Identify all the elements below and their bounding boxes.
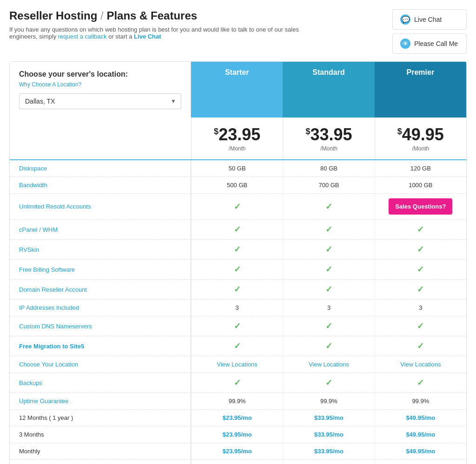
pricing-link[interactable]: $23.95/mo [223, 448, 252, 455]
feature-row: Diskspace50 GB80 GB120 GB [10, 160, 466, 177]
feature-value: 3 [283, 300, 374, 316]
feature-label[interactable]: Free Billing Software [10, 260, 191, 279]
feature-value[interactable]: $33.95/mo [283, 426, 374, 443]
pricing-link[interactable]: $23.95/mo [223, 414, 252, 421]
feature-value: 50 GB [191, 160, 283, 176]
feature-value: ✓ [283, 460, 374, 464]
feature-value[interactable]: View Locations [191, 356, 283, 373]
feature-value[interactable]: $49.95/mo [375, 426, 466, 443]
feature-row: 12 Months ( 1 year )$23.95/mo$33.95/mo$4… [10, 410, 466, 426]
feature-row: cPanel / WHM✓✓✓ [10, 220, 466, 240]
feature-label[interactable]: Free Migration to Site5 [10, 336, 191, 356]
feature-label[interactable]: Unlimited Resold Accounts [10, 194, 191, 219]
header-left: Reseller Hosting / Plans & Features If y… [9, 9, 311, 40]
feature-row: 3 Months$23.95/mo$33.95/mo$49.95/mo [10, 426, 466, 443]
price-row: $23.95 /Month $33.95 /Month $49.95 /Mont… [10, 118, 466, 160]
feature-value[interactable]: $33.95/mo [283, 443, 374, 459]
checkmark-icon: ✓ [417, 224, 424, 235]
checkmark-icon: ✓ [417, 378, 424, 388]
header-description: If you have any questions on which web h… [9, 26, 311, 40]
location-heading: Choose your server's location: [19, 70, 181, 78]
pricing-link[interactable]: $49.95/mo [406, 414, 435, 421]
checkmark-icon: ✓ [325, 244, 332, 255]
view-locations-link[interactable]: View Locations [217, 361, 258, 368]
feature-value: 3 [375, 300, 466, 316]
feature-row: Uptime Guarantee99.9%99.9%99.9% [10, 393, 466, 410]
feature-value[interactable]: $49.95/mo [375, 410, 466, 426]
feature-row: Choose Your LocationView LocationsView L… [10, 356, 466, 373]
feature-row: Monthly$23.95/mo$33.95/mo$49.95/mo [10, 443, 466, 460]
feature-row: Bandwidth500 GB700 GB1000 GB [10, 177, 466, 194]
checkmark-icon: ✓ [325, 341, 332, 351]
feature-value[interactable]: $49.95/mo [375, 443, 466, 459]
live-chat-inline-link[interactable]: Live Chat [134, 33, 161, 40]
request-callback-link[interactable]: request a callback [58, 33, 107, 40]
page-wrapper: Reseller Hosting / Plans & Features If y… [0, 0, 476, 464]
pricing-link[interactable]: $49.95/mo [406, 448, 435, 455]
feature-value: 99.9% [191, 393, 283, 409]
feature-value: 99.9% [375, 393, 466, 409]
plan-header-row: Choose your server's location: Why Choos… [10, 62, 466, 118]
feature-label[interactable]: Bandwidth [10, 177, 191, 193]
feature-label[interactable]: Choose Your Location [10, 356, 191, 373]
feature-value[interactable]: View Locations [375, 356, 466, 373]
feature-label[interactable]: Custom DNS Nameservers [10, 316, 191, 336]
checkmark-icon: ✓ [234, 341, 241, 351]
feature-value: ✓ [191, 460, 283, 464]
location-cell: Choose your server's location: Why Choos… [10, 62, 191, 118]
checkmark-icon: ✓ [234, 264, 241, 274]
checkmark-icon: ✓ [325, 224, 332, 235]
feature-label[interactable]: Diskspace [10, 160, 191, 176]
price-cell-starter: $23.95 /Month [191, 118, 283, 159]
pricing-link[interactable]: $23.95/mo [223, 431, 252, 438]
feature-label[interactable]: Backups [10, 373, 191, 392]
plan-header-standard: Standard [283, 62, 374, 118]
feature-label[interactable]: 45 Day Money Back Guarantee [10, 460, 191, 464]
feature-value: 500 GB [191, 177, 283, 193]
checkmark-icon: ✓ [234, 224, 241, 235]
feature-value: 99.9% [283, 393, 374, 409]
pricing-link[interactable]: $33.95/mo [314, 431, 344, 438]
feature-value[interactable]: $23.95/mo [191, 426, 283, 443]
feature-value[interactable]: $23.95/mo [191, 410, 283, 426]
location-select-wrapper: Dallas, TX Chicago, IL Los Angeles, CA N… [19, 93, 181, 109]
plan-header-premier: Premier [375, 62, 466, 118]
pricing-link[interactable]: $33.95/mo [314, 414, 344, 421]
feature-label[interactable]: cPanel / WHM [10, 220, 191, 239]
feature-row: Custom DNS Nameservers✓✓✓ [10, 316, 466, 336]
feature-label: 12 Months ( 1 year ) [10, 410, 191, 426]
pricing-link[interactable]: $33.95/mo [314, 448, 344, 455]
feature-value[interactable]: $23.95/mo [191, 443, 283, 459]
feature-value: ✓ [283, 336, 374, 356]
checkmark-icon: ✓ [234, 284, 241, 294]
feature-row: IP Addresses Included333 [10, 300, 466, 316]
checkmark-icon: ✓ [325, 284, 332, 294]
feature-value[interactable]: View Locations [283, 356, 374, 373]
location-select[interactable]: Dallas, TX Chicago, IL Los Angeles, CA N… [20, 94, 181, 109]
feature-label[interactable]: RVSkin [10, 240, 191, 259]
feature-value: 3 [191, 300, 283, 316]
sales-questions-popup[interactable]: Sales Questions? [389, 198, 452, 215]
feature-row: Free Billing Software✓✓✓ [10, 260, 466, 280]
feature-value: ✓ [283, 316, 374, 336]
view-locations-link[interactable]: View Locations [309, 361, 349, 368]
feature-label[interactable]: Domain Reseller Account [10, 280, 191, 299]
please-call-button[interactable]: 👁 Please Call Me [392, 33, 467, 54]
feature-label[interactable]: Uptime Guarantee [10, 393, 191, 409]
view-locations-link[interactable]: View Locations [400, 361, 441, 368]
feature-value: ✓ [283, 260, 374, 279]
pricing-link[interactable]: $49.95/mo [406, 431, 435, 438]
plan-header-starter: Starter [191, 62, 283, 118]
why-location-link[interactable]: Why Choose A Location? [19, 81, 181, 88]
chat-icon: 💬 [400, 14, 410, 25]
feature-value: ✓ [283, 194, 374, 219]
feature-label[interactable]: IP Addresses Included [10, 300, 191, 316]
feature-value: ✓ [375, 220, 466, 239]
checkmark-icon: ✓ [417, 284, 424, 294]
checkmark-icon: ✓ [325, 264, 332, 274]
feature-value[interactable]: $33.95/mo [283, 410, 374, 426]
live-chat-button[interactable]: 💬 Live Chat [392, 9, 467, 30]
feature-value[interactable]: Sales Questions? [375, 194, 466, 219]
feature-value: ✓ [375, 240, 466, 259]
checkmark-icon: ✓ [417, 244, 424, 255]
